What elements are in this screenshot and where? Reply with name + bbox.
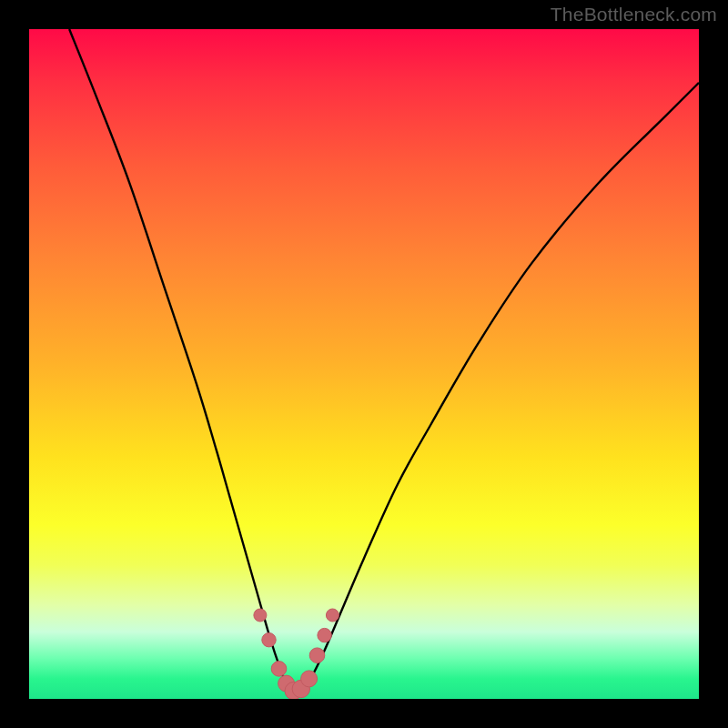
chart-svg [29,29,699,699]
marker-dot [262,633,276,647]
chart-container: TheBottleneck.com [0,0,728,728]
marker-dot [326,609,339,622]
curve-line [69,29,699,693]
marker-dot [271,662,287,677]
marker-dot [318,628,331,642]
watermark-text: TheBottleneck.com [551,4,717,25]
marker-dot [254,609,267,622]
bottleneck-curve [69,29,699,693]
marker-dot [309,648,325,663]
marker-dot [301,671,318,687]
plot-area [29,29,699,699]
